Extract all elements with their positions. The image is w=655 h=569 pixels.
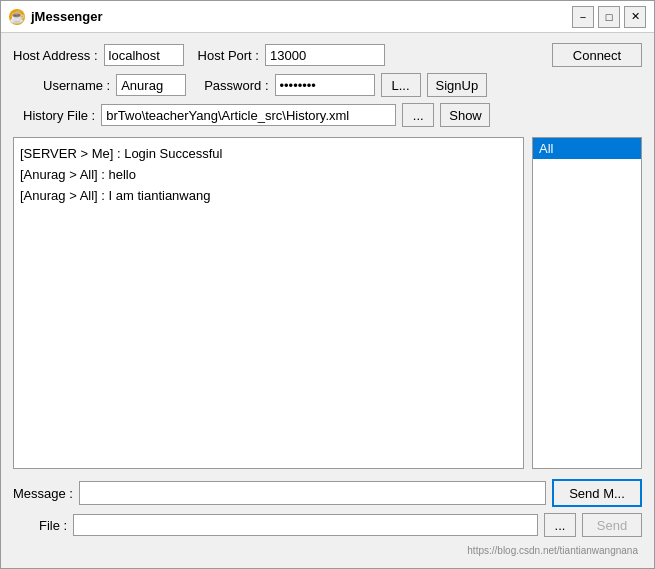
chat-message: [SERVER > Me] : Login Successful [20,144,517,165]
username-input[interactable] [116,74,186,96]
title-bar-left: ☕ jMessenger [9,9,103,25]
title-bar: ☕ jMessenger − □ ✕ [1,1,654,33]
file-input[interactable] [73,514,538,536]
password-input[interactable] [275,74,375,96]
main-window: ☕ jMessenger − □ ✕ Host Address : Host P… [0,0,655,569]
message-row: Message : Send M... [13,479,642,507]
connect-button[interactable]: Connect [552,43,642,67]
main-area: [SERVER > Me] : Login Successful[Anurag … [13,137,642,469]
send-message-button[interactable]: Send M... [552,479,642,507]
signup-button[interactable]: SignUp [427,73,487,97]
message-input[interactable] [79,481,546,505]
host-row: Host Address : Host Port : Connect [13,43,642,67]
history-file-input[interactable] [101,104,396,126]
title-bar-controls: − □ ✕ [572,6,646,28]
host-port-input[interactable] [265,44,385,66]
file-dots-button[interactable]: ... [544,513,576,537]
credentials-row: Username : Password : L... SignUp [13,73,642,97]
file-row: File : ... Send [13,513,642,537]
history-row: History File : ... Show [13,103,642,127]
file-label: File : [39,518,67,533]
app-title: jMessenger [31,9,103,24]
close-button[interactable]: ✕ [624,6,646,28]
username-label: Username : [43,78,110,93]
maximize-button[interactable]: □ [598,6,620,28]
history-file-label: History File : [23,108,95,123]
password-label: Password : [204,78,268,93]
send-file-button[interactable]: Send [582,513,642,537]
host-address-label: Host Address : [13,48,98,63]
chat-message: [Anurag > All] : hello [20,165,517,186]
watermark: https://blog.csdn.net/tiantianwangnana [13,543,642,558]
app-icon: ☕ [9,9,25,25]
message-label: Message : [13,486,73,501]
user-item[interactable]: All [533,138,641,159]
bottom-area: Message : Send M... File : ... Send http… [13,479,642,558]
users-list: All [532,137,642,469]
minimize-button[interactable]: − [572,6,594,28]
history-dots-button[interactable]: ... [402,103,434,127]
login-button[interactable]: L... [381,73,421,97]
content-area: Host Address : Host Port : Connect Usern… [1,33,654,568]
host-port-label: Host Port : [198,48,259,63]
chat-area: [SERVER > Me] : Login Successful[Anurag … [13,137,524,469]
chat-message: [Anurag > All] : I am tiantianwang [20,186,517,207]
show-button[interactable]: Show [440,103,490,127]
host-address-input[interactable] [104,44,184,66]
